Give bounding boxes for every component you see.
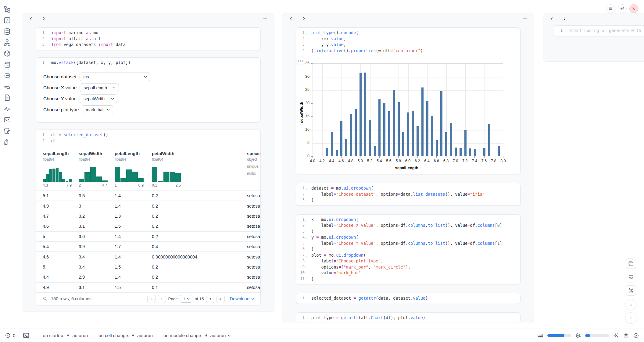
autorun-segment[interactable]: on cell change:autorun	[93, 333, 158, 338]
column-histogram[interactable]	[43, 166, 72, 182]
code-editor[interactable]: 1⌄plot_type().encode(2 x=x.value,3 y=y.v…	[296, 28, 520, 56]
code-line[interactable]: label="Choose X value", options=df.colum…	[307, 223, 502, 229]
shutdown-button[interactable]	[629, 4, 638, 13]
run-button[interactable]	[625, 312, 636, 324]
column-forward-icon[interactable]	[562, 16, 567, 21]
error-count-badge[interactable]: 0	[5, 333, 15, 338]
code-line[interactable]: )	[307, 276, 314, 282]
code-line[interactable]: import marimo as mo	[47, 30, 98, 36]
snippet-icon[interactable]	[3, 116, 11, 124]
column-header-sepalLength[interactable]: sepalLengthfloat644.37.9	[43, 151, 79, 187]
code-line[interactable]: label="Choose plot type",	[307, 258, 383, 264]
column-header-petalLength[interactable]: petalLengthfloat6416.9	[115, 151, 152, 187]
code-editor[interactable]: 1plot_type = getattr(alt.Chart(df), plot…	[296, 313, 520, 322]
autorun-segment[interactable]: on startup:autorun	[38, 333, 93, 338]
activity-icon[interactable]	[3, 105, 11, 113]
column-histogram[interactable]	[115, 166, 144, 182]
code-line[interactable]: y = mo.ui.dropdown(	[307, 234, 359, 240]
code-line[interactable]: y=y.value,	[307, 42, 346, 48]
choose-y-value-select[interactable]: sepalWidth	[80, 94, 117, 103]
table-row[interactable]: 4.63.41.40.30000000000000004setosa	[36, 251, 260, 262]
code-editor[interactable]: 1 Start coding or generate with	[554, 26, 644, 36]
altair-bar-chart[interactable]: ••• 4.04.24.44.64.85.05.25.45.65.86.06.2…	[296, 56, 520, 174]
code-line[interactable]: selected_dataset = getattr(data, dataset…	[307, 295, 428, 301]
add-cell-icon[interactable]	[263, 16, 268, 21]
code-line[interactable]: x = mo.ui.dropdown(	[307, 217, 359, 223]
scratchpad-icon[interactable]	[3, 127, 11, 135]
database-icon[interactable]	[3, 28, 11, 35]
next-page-button[interactable]	[206, 295, 214, 303]
script-icon[interactable]	[3, 61, 11, 69]
code-line[interactable]: value="mark_bar",	[307, 270, 363, 276]
menu-button[interactable]	[606, 4, 615, 13]
code-line[interactable]: df = selected_dataset()	[47, 132, 108, 138]
code-line[interactable]: plot_type = getattr(alt.Chart(df), plot.…	[307, 315, 425, 321]
autorun-segment[interactable]: on module change:autorun	[158, 333, 236, 338]
code-editor[interactable]: 1mo.vstack([dataset, x, y, plot])	[36, 58, 260, 68]
table-row[interactable]: 4.93.11.50.1setosa	[36, 282, 260, 292]
download-button[interactable]: Download	[230, 296, 255, 301]
code-editor[interactable]: 1⌄x = mo.ui.dropdown(2 label="Choose X v…	[296, 215, 520, 284]
table-row[interactable]: 53.41.50.2setosa	[36, 262, 260, 272]
code-line[interactable]: x=x.value,	[307, 36, 346, 42]
table-row[interactable]: 53.61.40.2setosa	[36, 231, 260, 241]
code-editor[interactable]: 1import marimo as mo2import altair as al…	[36, 28, 260, 50]
keyboard-shortcuts-button[interactable]	[626, 285, 636, 296]
table-row[interactable]: 4.63.11.50.2setosa	[36, 221, 260, 231]
column-header-petalWidth[interactable]: petalWidthfloat640.12.5	[152, 151, 247, 187]
code-editor[interactable]: 1selected_dataset = getattr(data, datase…	[296, 293, 520, 304]
connection-status-icon[interactable]	[633, 333, 639, 339]
table-row[interactable]: 4.931.40.2setosa	[36, 201, 260, 211]
last-page-button[interactable]	[216, 295, 225, 303]
generate-link[interactable]: generate	[609, 28, 629, 33]
settings-button[interactable]	[618, 4, 627, 13]
column-header-sepalWidth[interactable]: sepalWidthfloat6424.4	[79, 151, 115, 187]
first-page-button[interactable]	[147, 295, 156, 303]
code-line[interactable]: df	[47, 138, 56, 144]
table-row[interactable]: 4.73.21.30.2setosa	[36, 211, 260, 221]
table-row[interactable]: 5.43.91.70.4setosa	[36, 241, 260, 251]
code-line[interactable]: dataset = mo.ui.dropdown(	[307, 185, 373, 191]
file-tree-icon[interactable]	[3, 5, 11, 13]
help-icon[interactable]	[3, 138, 11, 146]
code-line[interactable]: mo.vstack([dataset, x, y, plot])	[47, 60, 131, 66]
column-back-icon[interactable]	[29, 16, 33, 21]
document-icon[interactable]	[3, 94, 11, 102]
list-search-icon[interactable]	[3, 83, 11, 91]
code-line[interactable]: )	[307, 229, 314, 235]
code-editor[interactable]: 1df = selected_dataset()2df	[36, 130, 260, 146]
bot-icon[interactable]	[623, 333, 629, 339]
code-line[interactable]: label="Choose dataset", options=data.lis…	[307, 191, 485, 198]
table-row[interactable]: 4.42.91.40.2setosa	[36, 272, 260, 282]
column-back-icon[interactable]	[549, 16, 554, 21]
ai-sparkles-icon[interactable]	[613, 333, 619, 339]
choose-dataset-select[interactable]: iris	[80, 73, 150, 81]
table-row[interactable]: 5.13.51.40.2setosa	[36, 191, 260, 201]
page-select[interactable]: 1	[180, 295, 193, 303]
column-forward-icon[interactable]	[302, 16, 306, 21]
terminal-icon[interactable]	[23, 332, 30, 339]
column-forward-icon[interactable]	[41, 16, 46, 21]
package-icon[interactable]	[3, 50, 11, 57]
code-line[interactable]: from vega_datasets import data	[47, 42, 126, 48]
code-line[interactable]: plot_type().encode(	[307, 30, 358, 36]
column-back-icon[interactable]	[289, 16, 293, 21]
code-line[interactable]: )	[307, 246, 314, 252]
search-icon[interactable]	[43, 296, 48, 301]
column-header-species[interactable]: speciesobjectunique:nulls:	[247, 151, 261, 187]
code-line[interactable]: import altair as alt	[47, 36, 101, 42]
code-line[interactable]: options=["mark_bar", "mark_circle"],	[307, 264, 410, 270]
code-editor[interactable]: 1⌄dataset = mo.ui.dropdown(2 label="Choo…	[296, 183, 520, 205]
chatbot-icon[interactable]	[3, 72, 11, 80]
functions-icon[interactable]	[3, 16, 11, 24]
code-line[interactable]: label="Choose Y value", options=df.colum…	[307, 240, 502, 247]
code-line[interactable]: )	[307, 197, 314, 203]
dependency-graph-icon[interactable]	[3, 39, 11, 46]
choose-plot-type-select[interactable]: mark_bar	[82, 105, 113, 114]
stop-button[interactable]	[625, 299, 636, 310]
column-histogram[interactable]	[79, 166, 108, 182]
code-line[interactable]: ).interactive().properties(width="contai…	[307, 48, 423, 54]
code-line[interactable]: plot = mo.ui.dropdown(	[307, 252, 366, 258]
add-cell-icon[interactable]	[522, 16, 528, 21]
chart-plot-area[interactable]	[313, 63, 503, 156]
